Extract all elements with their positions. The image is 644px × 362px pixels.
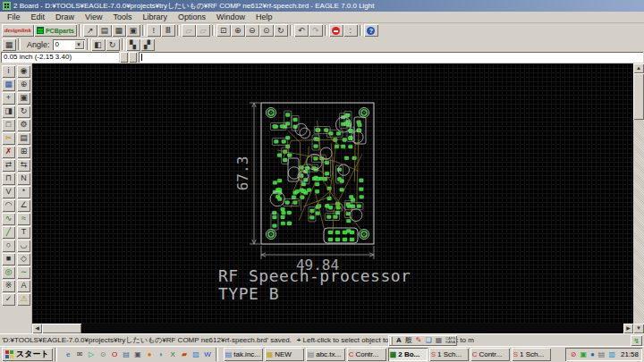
pcb-parts-button[interactable]: PCBparts <box>34 24 77 37</box>
circle-tool[interactable]: ○ <box>2 240 15 252</box>
print-button[interactable]: ▦ <box>112 24 126 37</box>
ime-dictionary-icon[interactable]: ❏ <box>425 336 431 345</box>
mark-tool[interactable]: ⊕ <box>17 79 30 91</box>
lock-tool[interactable]: ⊓ <box>2 173 15 185</box>
zoom-in-button[interactable]: ⊕ <box>231 24 245 37</box>
route-tool[interactable]: ∿ <box>2 213 15 225</box>
value-tool[interactable]: V <box>2 186 15 198</box>
show-desktop-icon[interactable]: ▤ <box>121 349 132 361</box>
title-bar[interactable]: 2 Board - D:¥TOOLS¥EAGLE-7.0.0¥projects¥… <box>0 0 644 12</box>
task-tak-inc[interactable]: ▤tak.inc... <box>224 348 263 361</box>
smash-tool[interactable]: * <box>17 186 30 198</box>
messenger-icon[interactable]: ◗ <box>156 349 167 361</box>
ime-conversion-mode[interactable]: 般 <box>405 336 412 345</box>
save-button[interactable]: ▤ <box>97 24 112 37</box>
auto-tool[interactable]: A <box>17 280 30 292</box>
design-link-button[interactable]: designlink <box>2 24 34 37</box>
ime-pen-icon[interactable]: ✎ <box>416 336 422 345</box>
angle-dropdown[interactable]: 0 ▼ <box>53 39 85 50</box>
cut-tool[interactable]: ✂ <box>2 132 15 145</box>
board-canvas[interactable]: 67.349.84RF Speech-processorTYPE B <box>32 63 633 324</box>
task-new[interactable]: ▦NEW <box>265 348 304 361</box>
scroll-up-arrow[interactable]: ▲ <box>633 63 644 73</box>
coord-mode-button-2[interactable] <box>129 52 137 63</box>
zoom-redraw-button[interactable]: ↻ <box>274 24 288 37</box>
replace-tool[interactable]: ⇆ <box>17 159 30 172</box>
library-button[interactable]: Ⅲ <box>161 24 175 37</box>
add-tool[interactable]: ⊞ <box>17 146 30 158</box>
tray-messenger[interactable]: ● <box>590 349 595 361</box>
task-schematic-1[interactable]: S1 Sch... <box>429 348 469 361</box>
delete-tool[interactable]: ✗ <box>2 146 15 158</box>
zoom-fit-button[interactable]: ⊡ <box>216 24 231 37</box>
wire-tool[interactable]: ╱ <box>2 226 15 239</box>
group-tool[interactable]: □ <box>2 119 15 131</box>
traffic-light-button[interactable]: : <box>343 24 358 37</box>
menu-edit[interactable]: Edit <box>26 12 51 22</box>
media-player-icon[interactable]: ▷ <box>86 349 97 361</box>
status-right-icon[interactable]: ↯ <box>631 335 642 346</box>
signal-tool[interactable]: ∼ <box>17 266 30 279</box>
redo-button[interactable]: ↷ <box>309 24 323 37</box>
display-layers-tool[interactable]: ▦ <box>2 79 15 91</box>
zoom-out-button[interactable]: ⊖ <box>245 24 259 37</box>
polygon-tool[interactable]: ◇ <box>17 253 30 265</box>
name-tool[interactable]: N <box>17 173 30 185</box>
task-schematic-2[interactable]: S1 Sch... <box>512 348 551 361</box>
rect-tool[interactable]: ■ <box>2 253 15 265</box>
ime-toolbar[interactable]: A 般 ✎ ❏ ▦ CAPSKANA <box>388 335 457 346</box>
open-button[interactable]: ↗ <box>83 24 97 37</box>
tray-graphics[interactable]: ▣ <box>580 349 587 361</box>
vertical-scroll-track[interactable] <box>633 120 644 324</box>
task-control-panel-2[interactable]: CContr... <box>470 348 510 361</box>
command-input[interactable] <box>139 52 643 63</box>
layer-bottom-toggle[interactable]: ▞ <box>140 38 155 51</box>
task-control-panel-1[interactable]: CContr... <box>347 348 386 361</box>
tray-security[interactable]: ▤ <box>598 349 606 361</box>
vertical-scrollbar[interactable]: ▲ ▼ <box>633 63 644 333</box>
ripup-tool[interactable]: ≈ <box>17 213 30 225</box>
mail-icon[interactable]: ✉ <box>74 349 86 361</box>
menu-options[interactable]: Options <box>173 12 211 22</box>
cam-processor-button[interactable]: ▣ <box>126 24 140 37</box>
menu-library[interactable]: Library <box>137 12 173 22</box>
tray-antivirus[interactable]: ⊘ <box>571 349 577 361</box>
opera-icon[interactable]: O <box>109 349 121 361</box>
chevron-down-icon[interactable]: ▼ <box>74 40 84 49</box>
image-viewer-icon[interactable]: ▨ <box>191 349 202 361</box>
drc-tool[interactable]: ✓ <box>2 293 15 306</box>
zoom-select-button[interactable]: ⊙ <box>259 24 274 37</box>
copy-tool[interactable]: ▣ <box>17 92 30 105</box>
mirror-tool[interactable]: ◨ <box>2 105 15 118</box>
rotate-tool[interactable]: ↻ <box>17 105 30 118</box>
grid-button[interactable]: ▦ <box>2 38 16 51</box>
show-tool[interactable]: ◉ <box>17 65 30 78</box>
firefox-icon[interactable]: ● <box>144 349 156 361</box>
mark-origin-button[interactable]: ! <box>147 24 161 37</box>
powerpoint-icon[interactable]: ▰ <box>179 349 191 361</box>
word-icon[interactable]: W <box>202 349 214 361</box>
ime-keyboard-icon[interactable]: ▦ <box>436 336 443 345</box>
split-tool[interactable]: ∠ <box>17 199 30 212</box>
ime-grip[interactable] <box>390 337 393 345</box>
spin-button[interactable]: ↻ <box>106 38 120 51</box>
scroll-down-arrow[interactable]: ▼ <box>633 324 644 333</box>
tray-display[interactable]: ▥ <box>608 349 615 361</box>
errors-tool[interactable]: ⚠ <box>17 293 30 306</box>
via-tool[interactable]: ◎ <box>2 266 15 279</box>
my-computer-icon[interactable]: ▣ <box>132 349 144 361</box>
info-tool[interactable]: i <box>2 65 15 78</box>
menu-view[interactable]: View <box>80 12 107 22</box>
move-tool[interactable]: + <box>2 92 15 105</box>
ime-input-mode[interactable]: A <box>396 336 402 345</box>
miter-tool[interactable]: ◠ <box>2 199 15 212</box>
menu-help[interactable]: Help <box>250 12 278 22</box>
internet-explorer-icon[interactable]: e <box>63 349 74 361</box>
help-button[interactable]: ? <box>364 24 378 37</box>
arc-tool[interactable]: ◡ <box>17 240 30 252</box>
mirror-button[interactable]: ◧ <box>91 38 106 51</box>
menu-tools[interactable]: Tools <box>107 12 137 22</box>
menu-window[interactable]: Window <box>211 12 250 22</box>
coord-mode-button-1[interactable] <box>120 52 128 63</box>
pinswap-tool[interactable]: ⇄ <box>2 159 15 172</box>
